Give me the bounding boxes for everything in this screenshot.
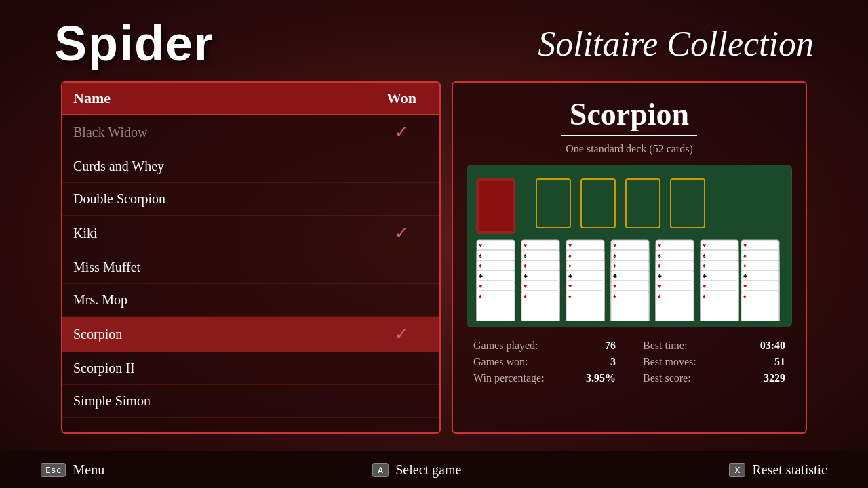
svg-text:♦: ♦ (613, 293, 616, 300)
select-game-button[interactable]: A Select game (372, 462, 461, 478)
svg-text:♣: ♣ (613, 272, 617, 279)
svg-text:♦: ♦ (703, 293, 706, 300)
checkmark-icon: ✓ (395, 325, 408, 344)
list-item[interactable]: Double Scorpion (62, 183, 439, 216)
svg-rect-64 (656, 291, 694, 321)
svg-text:♥: ♥ (743, 283, 747, 289)
list-item[interactable]: Miss Muffet (62, 251, 439, 284)
list-item[interactable]: Scorpion II (62, 352, 439, 385)
menu-label: Menu (73, 462, 104, 478)
svg-rect-40 (566, 291, 604, 321)
stat-win-pct: Win percentage: 3.95% (473, 372, 616, 384)
select-label: Select game (395, 462, 461, 478)
card-preview-area: ♥♠♦♣♥♦♥♠♦♣♥♦♥♠♦♣♥♦♥♠♦♣♥♦♥♠♦♣♥♦♥♠♦♣♥♦♥♠♦♣… (467, 165, 792, 327)
svg-text:♣: ♣ (743, 272, 747, 279)
list-item[interactable]: Curds and Whey (62, 150, 439, 183)
svg-text:♦: ♦ (613, 262, 616, 269)
stat-best-score: Best score: 3229 (643, 372, 785, 384)
svg-text:♦: ♦ (524, 262, 527, 269)
game-item-name: Miss Muffet (73, 260, 374, 275)
svg-rect-5 (671, 179, 705, 228)
svg-text:♥: ♥ (524, 242, 527, 249)
checkmark-icon: ✓ (395, 426, 408, 430)
stat-games-won: Games won: 3 (473, 356, 616, 368)
list-item[interactable]: Simple Simon (62, 385, 439, 418)
svg-text:♠: ♠ (568, 252, 572, 259)
game-item-name: Scorpion (73, 327, 374, 342)
games-played-value: 76 (605, 340, 616, 352)
svg-text:♣: ♣ (524, 272, 528, 279)
svg-text:♠: ♠ (479, 252, 482, 259)
list-item[interactable]: Spider (1 Suit)✓ (62, 418, 439, 430)
svg-rect-28 (521, 291, 559, 321)
svg-text:♣: ♣ (703, 272, 707, 279)
main-content: Name Won Black Widow✓Curds and WheyDoubl… (0, 81, 868, 434)
selected-game-title: Scorpion (570, 96, 689, 132)
stats-grid: Games played: 76 Best time: 03:40 Games … (467, 340, 792, 384)
game-item-name: Simple Simon (73, 393, 374, 409)
svg-text:♦: ♦ (568, 293, 572, 300)
stat-games-played: Games played: 76 (473, 340, 616, 352)
svg-rect-88 (741, 291, 779, 321)
svg-text:♥: ♥ (743, 242, 747, 249)
svg-text:♥: ♥ (658, 242, 661, 249)
title-underline (561, 135, 697, 136)
stat-best-moves: Best moves: 51 (643, 356, 785, 368)
best-time-label: Best time: (643, 340, 687, 352)
best-moves-label: Best moves: (643, 356, 696, 368)
svg-text:♣: ♣ (568, 272, 572, 279)
game-list-panel: Name Won Black Widow✓Curds and WheyDoubl… (61, 81, 441, 434)
svg-text:♥: ♥ (703, 242, 706, 249)
menu-button[interactable]: Esc Menu (41, 462, 104, 478)
stat-best-time: Best time: 03:40 (643, 340, 785, 352)
svg-text:♣: ♣ (658, 272, 662, 279)
game-item-name: Curds and Whey (73, 159, 374, 174)
list-item[interactable]: Kiki✓ (62, 216, 439, 251)
game-item-name: Mrs. Mop (73, 292, 374, 308)
best-time-value: 03:40 (760, 340, 785, 352)
svg-text:♦: ♦ (479, 262, 482, 269)
svg-text:♥: ♥ (568, 242, 572, 249)
svg-text:♥: ♥ (613, 242, 616, 249)
list-item[interactable]: Scorpion✓ (62, 317, 439, 352)
games-won-value: 3 (610, 356, 616, 368)
svg-text:♠: ♠ (613, 252, 616, 259)
column-name-header: Name (73, 89, 374, 107)
column-won-header: Won (374, 89, 429, 107)
won-check: ✓ (374, 123, 429, 142)
svg-text:♠: ♠ (743, 252, 747, 259)
svg-text:♥: ♥ (568, 283, 572, 289)
svg-text:♠: ♠ (703, 252, 706, 259)
svg-text:♥: ♥ (479, 283, 482, 289)
svg-text:♦: ♦ (524, 293, 527, 300)
best-moves-value: 51 (774, 356, 785, 368)
svg-text:♦: ♦ (703, 262, 706, 269)
best-score-value: 3229 (764, 372, 785, 384)
svg-rect-16 (477, 291, 515, 321)
menu-key: Esc (41, 463, 66, 477)
svg-text:♠: ♠ (658, 252, 661, 259)
svg-text:♦: ♦ (568, 262, 572, 269)
game-item-name: Double Scorpion (73, 191, 374, 207)
win-pct-value: 3.95% (586, 372, 616, 384)
header: Spider Solitaire Collection (0, 0, 868, 81)
svg-text:♦: ♦ (658, 262, 661, 269)
reset-label: Reset statistic (752, 462, 827, 478)
game-item-name: Black Widow (73, 125, 374, 140)
checkmark-icon: ✓ (395, 123, 408, 142)
list-item[interactable]: Black Widow✓ (62, 115, 439, 150)
deck-info: One standard deck (52 cards) (566, 143, 692, 155)
reset-statistic-button[interactable]: X Reset statistic (729, 462, 827, 478)
game-title-spider: Spider (54, 16, 214, 71)
svg-text:♥: ♥ (658, 283, 661, 289)
svg-text:♥: ♥ (479, 242, 482, 249)
game-item-name: Scorpion II (73, 361, 374, 376)
game-title-collection: Solitaire Collection (538, 24, 814, 64)
game-list: Black Widow✓Curds and WheyDouble Scorpio… (62, 115, 439, 430)
svg-text:♠: ♠ (524, 252, 527, 259)
reset-key: X (729, 463, 745, 477)
list-item[interactable]: Mrs. Mop (62, 284, 439, 317)
svg-rect-3 (581, 179, 615, 228)
svg-text:♦: ♦ (658, 293, 661, 300)
win-pct-label: Win percentage: (473, 372, 545, 384)
